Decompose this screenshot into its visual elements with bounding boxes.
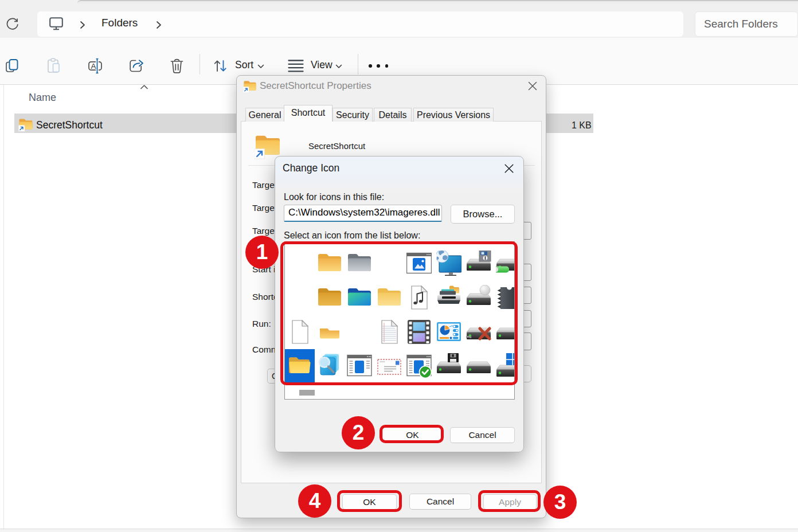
svg-text:A: A <box>91 62 96 71</box>
